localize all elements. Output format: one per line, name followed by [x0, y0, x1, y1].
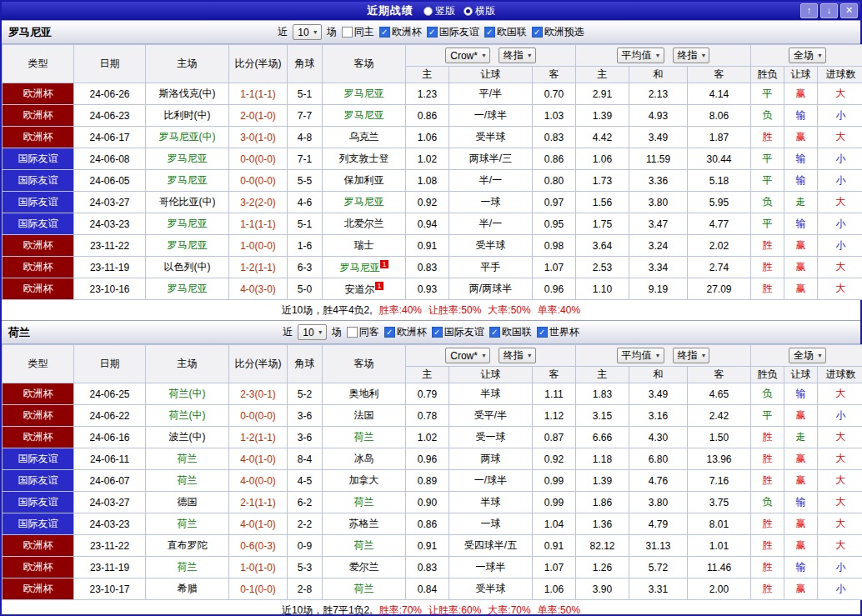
- league-checkbox[interactable]: ✓欧洲杯: [379, 25, 422, 39]
- avg-home-odds: 3.90: [576, 578, 629, 600]
- asia-away-odds: 0.98: [533, 235, 576, 257]
- final-index-select[interactable]: 终指▼: [499, 48, 536, 63]
- home-team-cell[interactable]: 荷兰: [146, 557, 229, 578]
- scope-select[interactable]: 全场▼: [789, 48, 826, 63]
- away-team-cell[interactable]: 荷兰: [323, 492, 406, 513]
- home-team-cell[interactable]: 罗马尼亚: [146, 213, 229, 235]
- league-checkbox[interactable]: ✓欧国联: [484, 25, 527, 39]
- away-team-cell[interactable]: 荷兰: [323, 427, 406, 448]
- away-team-cell[interactable]: 苏格兰: [323, 513, 406, 535]
- away-team-cell[interactable]: 乌克兰: [323, 127, 406, 148]
- league-checkbox[interactable]: ✓世界杯: [537, 325, 579, 339]
- home-team-cell[interactable]: 以色列(中): [146, 257, 229, 278]
- away-team-cell[interactable]: 北爱尔兰: [323, 213, 406, 235]
- corner-cell: 2-2: [288, 513, 323, 535]
- column-header: 客: [688, 67, 751, 83]
- away-team-cell[interactable]: 安道尔1: [323, 278, 406, 300]
- league-checkbox[interactable]: ✓欧国联: [489, 325, 532, 339]
- away-team-cell[interactable]: 荷兰: [323, 535, 406, 557]
- home-team-cell[interactable]: 希腊: [146, 578, 229, 600]
- home-team-cell[interactable]: 直布罗陀: [146, 535, 229, 557]
- team-name-text: 罗马尼亚: [168, 239, 208, 251]
- layout-radio-group: 竖版横版: [423, 4, 495, 18]
- home-team-cell[interactable]: 斯洛伐克(中): [146, 83, 229, 105]
- away-team-cell[interactable]: 保加利亚: [323, 170, 406, 192]
- away-team-cell[interactable]: 奥地利: [323, 383, 406, 405]
- away-team-cell[interactable]: 冰岛: [323, 448, 406, 470]
- away-team-cell[interactable]: 罗马尼亚: [323, 105, 406, 127]
- match-count-select[interactable]: 10▼: [298, 324, 326, 340]
- league-checkbox[interactable]: ✓欧洲杯: [384, 325, 427, 339]
- corner-cell: 7-7: [288, 105, 323, 127]
- home-team-cell[interactable]: 德国: [146, 492, 229, 513]
- radio-label: 横版: [475, 4, 495, 18]
- league-checkbox[interactable]: ✓国际友谊: [427, 25, 479, 39]
- final-index-select[interactable]: 终指▼: [673, 48, 710, 63]
- home-team-cell[interactable]: 罗马尼亚: [146, 170, 229, 192]
- away-team-cell[interactable]: 爱尔兰: [323, 557, 406, 578]
- column-header: 主场: [146, 45, 229, 83]
- team-name-text: 荷兰: [354, 539, 374, 551]
- competition-cell: 欧洲杯: [3, 405, 74, 427]
- result-handicap: 赢: [784, 405, 818, 427]
- same-venue-checkbox[interactable]: 同主: [342, 25, 374, 39]
- home-team-cell[interactable]: 罗马尼亚: [146, 148, 229, 170]
- away-team-cell[interactable]: 荷兰: [323, 578, 406, 600]
- home-team-cell[interactable]: 荷兰: [146, 448, 229, 470]
- match-count-select[interactable]: 10▼: [293, 24, 321, 40]
- competition-cell: 欧洲杯: [3, 427, 74, 448]
- column-header: 让球: [784, 367, 818, 383]
- home-team-cell[interactable]: 罗马尼亚(中): [146, 127, 229, 148]
- away-team-cell[interactable]: 瑞士: [323, 235, 406, 257]
- away-team-cell[interactable]: 罗马尼亚1: [323, 257, 406, 278]
- summary-stat: 大率:70%: [488, 603, 530, 616]
- layout-radio-horizontal[interactable]: 横版: [464, 4, 495, 18]
- asia-handicap: 受一球: [449, 427, 533, 448]
- team-name-text: 奥地利: [349, 388, 379, 399]
- move-up-button[interactable]: ↑: [800, 3, 818, 18]
- away-team-cell[interactable]: 罗马尼亚: [323, 192, 406, 213]
- page-title: 近期战绩: [367, 3, 413, 18]
- final-index-select[interactable]: 终指▼: [673, 348, 710, 363]
- avg-draw-odds: 2.13: [629, 83, 688, 105]
- away-team-cell[interactable]: 列支敦士登: [323, 148, 406, 170]
- home-team-cell[interactable]: 比利时(中): [146, 105, 229, 127]
- league-label: 欧国联: [497, 25, 527, 39]
- away-team-cell[interactable]: 罗马尼亚: [323, 83, 406, 105]
- result-handicap: 赢: [784, 127, 818, 148]
- asia-home-odds: 0.92: [406, 192, 449, 213]
- column-header: 日期: [74, 345, 146, 383]
- layout-radio-vertical[interactable]: 竖版: [423, 4, 455, 18]
- away-team-cell[interactable]: 法国: [323, 405, 406, 427]
- final-index-select[interactable]: 终指▼: [499, 348, 536, 363]
- league-checkbox[interactable]: ✓欧洲预选: [532, 25, 584, 39]
- asia-home-odds: 1.06: [406, 127, 449, 148]
- bookmaker-select[interactable]: Crow*▼: [445, 48, 490, 63]
- same-venue-checkbox[interactable]: 同客: [347, 325, 379, 339]
- home-team-cell[interactable]: 罗马尼亚: [146, 235, 229, 257]
- average-select[interactable]: 平均值▼: [617, 48, 664, 63]
- home-team-cell[interactable]: 荷兰(中): [146, 405, 229, 427]
- close-button[interactable]: ✕: [840, 3, 858, 18]
- home-team-cell[interactable]: 波兰(中): [146, 427, 229, 448]
- team-name-text: 北爱尔兰: [344, 218, 384, 229]
- asia-home-odds: 0.86: [406, 513, 449, 535]
- move-down-button[interactable]: ↓: [820, 3, 838, 18]
- corner-cell: 1-6: [288, 235, 323, 257]
- avg-draw-odds: 3.16: [629, 405, 688, 427]
- score-cell: 0-0(0-0): [229, 405, 288, 427]
- average-select[interactable]: 平均值▼: [617, 348, 664, 363]
- bookmaker-select[interactable]: Crow*▼: [445, 348, 490, 363]
- checkbox-icon: ✓: [379, 27, 390, 38]
- avg-away-odds: 5.18: [688, 170, 751, 192]
- scope-select[interactable]: 全场▼: [789, 348, 826, 363]
- asia-handicap: 两球: [449, 448, 533, 470]
- home-team-cell[interactable]: 荷兰: [146, 470, 229, 492]
- home-team-cell[interactable]: 荷兰: [146, 513, 229, 535]
- away-team-cell[interactable]: 加拿大: [323, 470, 406, 492]
- corner-cell: 5-1: [288, 213, 323, 235]
- home-team-cell[interactable]: 荷兰(中): [146, 383, 229, 405]
- home-team-cell[interactable]: 罗马尼亚: [146, 278, 229, 300]
- home-team-cell[interactable]: 哥伦比亚(中): [146, 192, 229, 213]
- league-checkbox[interactable]: ✓国际友谊: [432, 325, 484, 339]
